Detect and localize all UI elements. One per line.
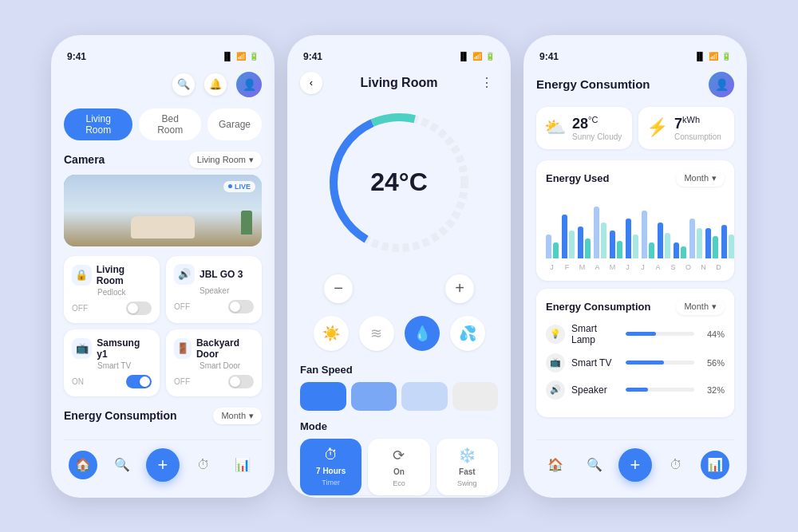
energy-month-dropdown[interactable]: Month ▾ xyxy=(213,408,262,424)
nav-home-3[interactable]: 🏠 xyxy=(541,451,570,479)
nav-add-1[interactable]: + xyxy=(146,448,180,482)
lamp-fill xyxy=(626,332,656,336)
phone-2-ac: 9:41 ▐▌ 📶 🔋 ‹ Living Room ⋮ xyxy=(287,35,511,498)
device-toggle-3[interactable] xyxy=(228,375,254,388)
status-bar-2: 9:41 ▐▌ 📶 🔋 xyxy=(300,51,498,62)
lamp-pct: 44% xyxy=(701,329,725,339)
signal-icon-3: ▐▌ xyxy=(694,52,705,61)
bar-group-4 xyxy=(610,199,622,258)
bar-inner-6 xyxy=(642,199,654,258)
page-title-2: Living Room xyxy=(361,76,438,90)
device-toggle-0[interactable] xyxy=(126,301,152,315)
device-name-3: Backyard Door xyxy=(196,337,254,360)
search-icon-btn[interactable]: 🔍 xyxy=(172,73,195,96)
nav-chart-3[interactable]: 📊 xyxy=(701,451,729,479)
chart-month-label-9: O xyxy=(682,263,694,271)
bar-teal-9 xyxy=(697,228,702,258)
tabs-row: Living Room Bed Room Garage xyxy=(64,108,262,140)
nav-chart-1[interactable]: 📊 xyxy=(228,451,257,479)
avatar-1[interactable]: 👤 xyxy=(236,72,262,97)
device-type-1: Speaker xyxy=(200,286,254,295)
chart-month-label-8: S xyxy=(667,263,679,271)
mode-eco-card[interactable]: ⟳ On Eco xyxy=(368,439,429,495)
energy-used-chart: Energy Used Month ▾ JFMAMJJASOND xyxy=(536,160,734,281)
tab-garage[interactable]: Garage xyxy=(207,108,262,140)
bar-chart xyxy=(546,195,725,258)
device-icon-3: 🚪 xyxy=(174,338,192,359)
tab-living-room[interactable]: Living Room xyxy=(64,108,132,140)
mode-timer-card[interactable]: ⏱ 7 Hours Timer xyxy=(300,439,361,495)
signal-icon-2: ▐▌ xyxy=(458,52,469,61)
wifi-icon-3: 📶 xyxy=(709,52,718,61)
fan-block-1[interactable] xyxy=(300,382,346,411)
bar-teal-0 xyxy=(553,242,559,258)
weather-temp-value: 28°C xyxy=(572,115,622,132)
nav-timer-1[interactable]: ⏱ xyxy=(189,451,218,479)
device-card-2: 📺 Samsung y1 Smart TV ON xyxy=(64,329,160,396)
back-button[interactable]: ‹ xyxy=(300,72,322,94)
bar-inner-10 xyxy=(705,199,718,258)
nav-search-1[interactable]: 🔍 xyxy=(108,451,136,479)
tv-fill xyxy=(626,361,664,365)
mode-swing-card[interactable]: ❄️ Fast Swing xyxy=(437,439,498,495)
lamp-name: Smart Lamp xyxy=(571,323,619,345)
more-options-button[interactable]: ⋮ xyxy=(476,72,498,94)
device-status-3: OFF xyxy=(174,377,190,386)
avatar-3[interactable]: 👤 xyxy=(709,72,734,97)
mode-drop-btn[interactable]: 💦 xyxy=(450,316,485,351)
bar-blue-0 xyxy=(546,234,551,258)
temp-decrease-button[interactable]: − xyxy=(324,274,353,303)
consumption-item-0: 💡 Smart Lamp 44% xyxy=(546,323,725,345)
mode-timer-label: 7 Hours xyxy=(316,467,346,475)
consumption-month-dropdown[interactable]: Month ▾ xyxy=(676,298,725,315)
chart-month-label-2: M xyxy=(576,263,588,271)
camera-dropdown[interactable]: Living Room ▾ xyxy=(189,152,262,168)
status-bar-1: 9:41 ▐▌ 📶 🔋 xyxy=(64,51,262,62)
bar-teal-7 xyxy=(665,233,670,258)
energy-stat-value: 7kWh xyxy=(674,115,721,132)
nav-timer-3[interactable]: ⏱ xyxy=(662,451,690,479)
device-type-3: Smart Door xyxy=(200,361,254,370)
mode-water-btn[interactable]: 💧 xyxy=(405,316,440,351)
bar-teal-11 xyxy=(729,234,734,258)
status-icons-1: ▐▌ 📶 🔋 xyxy=(222,52,259,61)
fan-block-2[interactable] xyxy=(351,382,397,411)
tab-bedroom[interactable]: Bed Room xyxy=(139,108,201,140)
device-type-0: Pedlock xyxy=(97,288,152,297)
mode-swing-label: Fast xyxy=(459,467,476,476)
nav-home-1[interactable]: 🏠 xyxy=(69,451,97,479)
bar-blue-9 xyxy=(689,219,695,258)
weather-temp-card: ⛅ 28°C Sunny Cloudy xyxy=(536,107,632,149)
bar-blue-7 xyxy=(658,223,663,258)
device-toggle-1[interactable] xyxy=(228,300,254,313)
device-card-3: 🚪 Backyard Door Smart Door OFF xyxy=(166,329,262,396)
lamp-progress xyxy=(626,332,694,336)
status-bar-3: 9:41 ▐▌ 📶 🔋 xyxy=(536,51,734,62)
temp-increase-button[interactable]: + xyxy=(445,274,474,303)
bar-group-7 xyxy=(658,199,670,258)
bar-teal-6 xyxy=(649,242,654,258)
mode-wind-btn[interactable]: ≋ xyxy=(359,316,394,351)
device-name-0: Living Room xyxy=(97,264,152,286)
fan-block-4[interactable] xyxy=(452,382,499,411)
bar-group-10 xyxy=(705,199,718,258)
fan-speed-row xyxy=(300,382,498,411)
energy-label: Energy Consumption xyxy=(64,409,177,422)
device-toggle-2[interactable] xyxy=(126,375,152,388)
mode-eco-sub: Eco xyxy=(393,479,405,487)
nav-search-3[interactable]: 🔍 xyxy=(580,451,609,479)
bar-inner-3 xyxy=(594,199,606,258)
swing-icon: ❄️ xyxy=(458,447,476,464)
notification-icon-btn[interactable]: 🔔 xyxy=(204,73,227,96)
mode-cards-row: ⏱ 7 Hours Timer ⟳ On Eco ❄️ Fast Swing xyxy=(300,439,498,495)
thermostat-container: 24°C xyxy=(300,107,498,258)
consumption-item-2: 🔊 Speaker 32% xyxy=(546,380,725,400)
time-2: 9:41 xyxy=(303,51,322,62)
fan-block-3[interactable] xyxy=(401,382,448,411)
chart-month-dropdown[interactable]: Month ▾ xyxy=(676,170,725,187)
camera-label: Camera xyxy=(64,153,105,166)
mode-sun-btn[interactable]: ☀️ xyxy=(314,316,349,351)
devices-grid: 🔒 Living Room Pedlock OFF 🔊 JBL GO 3 Spe… xyxy=(64,256,262,396)
bar-blue-1 xyxy=(562,215,567,258)
nav-add-3[interactable]: + xyxy=(618,448,652,482)
